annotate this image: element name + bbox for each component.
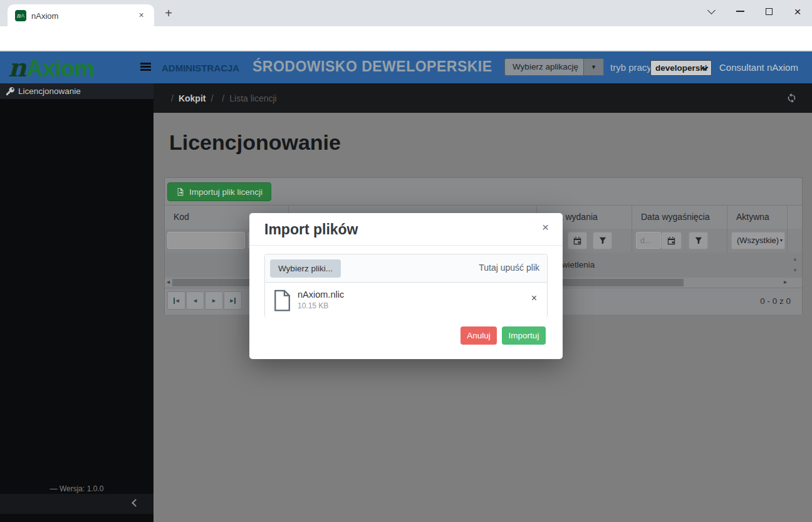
aktywna-filter-select[interactable]: (Wszystkie) ▾	[731, 232, 785, 249]
key-icon	[6, 86, 15, 96]
cancel-button[interactable]: Anuluj	[461, 326, 497, 345]
triangle-left-icon: ◂	[175, 297, 179, 304]
environment-label: ŚRODOWISKO DEWELOPERSKIE	[252, 58, 492, 75]
window-minimize-button[interactable]	[731, 3, 749, 20]
menu-hamburger-icon[interactable]	[140, 63, 151, 71]
triangle-right-icon: ▸	[230, 297, 234, 304]
sidebar: Licencjonowanie — Wersja: 1.0.0	[0, 83, 154, 522]
module-label: ADMINISTRACJA	[162, 63, 239, 73]
window-maximize-button[interactable]	[759, 3, 778, 20]
panel-toolbar: Importuj plik licencji	[165, 178, 802, 206]
minimize-icon	[736, 11, 744, 12]
naxiom-favicon: nA	[15, 10, 26, 21]
breadcrumb: / Kokpit / / Lista licencji	[171, 83, 277, 113]
column-header-aktywna[interactable]: Aktywna	[727, 206, 788, 229]
sidebar-collapse-icon[interactable]	[132, 499, 140, 507]
file-upload-widget: Wybierz pliki... Tutaj upuść plik nAxiom…	[264, 254, 548, 318]
last-page-button[interactable]: ▸	[224, 291, 242, 310]
funnel-icon	[695, 237, 702, 244]
file-size: 10.15 KB	[298, 301, 328, 310]
import-file-icon	[176, 187, 185, 196]
scrollbar-spacer	[788, 229, 802, 253]
window-chevron-button[interactable]	[702, 3, 721, 20]
chevron-down-icon	[707, 6, 716, 14]
import-license-button[interactable]: Importuj plik licencji	[167, 182, 271, 201]
scroll-left-icon[interactable]: ◂	[167, 278, 170, 285]
tab-title: nAxiom	[31, 11, 58, 21]
tab-close-icon[interactable]: ×	[136, 10, 147, 21]
funnel-icon	[599, 237, 606, 244]
filter-funnel-button[interactable]	[689, 232, 708, 249]
breadcrumb-bar: / Kokpit / / Lista licencji	[154, 83, 812, 113]
browser-tab[interactable]: nA nAxiom ×	[8, 4, 154, 26]
work-mode-select[interactable]: developerski	[650, 60, 712, 76]
uploaded-file-row: nAxiom.nlic 10.15 KB ×	[265, 283, 547, 318]
calendar-button[interactable]	[661, 232, 682, 249]
app-header: nAxiom ADMINISTRACJA ŚRODOWISKO DEWELOPE…	[0, 51, 812, 83]
window-close-button[interactable]: ×	[788, 3, 807, 20]
scroll-up-icon[interactable]: ▲	[793, 256, 798, 262]
sidebar-item-licencjonowanie[interactable]: Licencjonowanie	[0, 83, 154, 99]
new-tab-button[interactable]: +	[160, 6, 177, 22]
date-filter-input[interactable]	[636, 232, 661, 249]
browser-tab-strip: nA nAxiom × + ×	[0, 0, 812, 26]
first-page-button[interactable]: ◂	[167, 291, 185, 310]
sidebar-footer	[0, 494, 154, 514]
calendar-button[interactable]	[568, 232, 587, 249]
work-mode-label: tryb pracy	[610, 62, 652, 73]
breadcrumb-lista-licencji: Lista licencji	[229, 93, 276, 103]
drop-hint-text: Tutaj upuść plik	[479, 263, 539, 273]
import-button[interactable]: Importuj	[502, 326, 546, 345]
calendar-icon	[573, 237, 581, 245]
triangle-left-icon: ◂	[194, 297, 197, 304]
app-select-dropdown-button[interactable]: ▼	[583, 59, 603, 75]
version-label: — Wersja: 1.0.0	[0, 484, 154, 493]
refresh-icon[interactable]	[786, 93, 797, 103]
file-document-icon	[274, 290, 291, 311]
calendar-icon	[667, 237, 675, 245]
upload-widget-header: Wybierz pliki... Tutaj upuść plik	[265, 254, 547, 283]
filter-cell-aktywna: (Wszystkie) ▾	[727, 229, 788, 253]
triangle-right-icon: ▸	[212, 297, 216, 304]
modal-close-icon[interactable]: ×	[542, 221, 549, 234]
choose-files-button[interactable]: Wybierz pliki...	[270, 259, 341, 278]
pagination-range-info: 0 - 0 z 0	[760, 296, 791, 306]
page-title: Licencjonowanie	[169, 130, 341, 155]
file-name: nAxiom.nlic	[298, 290, 344, 300]
import-files-modal: Import plików × Wybierz pliki... Tutaj u…	[249, 213, 563, 359]
column-header-data-wygasniecia[interactable]: Data wygaśnięcia	[632, 206, 727, 229]
maximize-icon	[766, 8, 773, 15]
bar-icon	[174, 298, 175, 304]
naxiom-logo[interactable]: nAxiom	[8, 51, 94, 83]
chevron-down-icon: ▾	[780, 232, 783, 249]
previous-page-button[interactable]: ◂	[186, 291, 204, 310]
filter-funnel-button[interactable]	[593, 232, 612, 249]
modal-title: Import plików	[264, 221, 358, 238]
filter-cell-data-wygasniecia	[632, 229, 727, 253]
scrollbar-spacer	[788, 206, 802, 229]
remove-file-icon[interactable]: ×	[531, 293, 537, 304]
close-icon: ×	[794, 6, 801, 18]
scroll-down-icon[interactable]: ▼	[793, 268, 798, 273]
scroll-right-icon[interactable]: ▸	[784, 278, 787, 285]
browser-toolbar: localhost/admin/licenses ☆ ⋮	[0, 26, 812, 51]
user-menu[interactable]: Consultant nAxiom	[719, 62, 798, 73]
breadcrumb-kokpit[interactable]: Kokpit	[179, 93, 206, 103]
bar-icon	[234, 298, 236, 304]
app-select-combobox[interactable]: Wybierz aplikację ▼	[504, 58, 604, 76]
kod-filter-input[interactable]	[167, 232, 245, 249]
next-page-button[interactable]: ▸	[205, 291, 223, 310]
modal-divider	[249, 245, 563, 246]
